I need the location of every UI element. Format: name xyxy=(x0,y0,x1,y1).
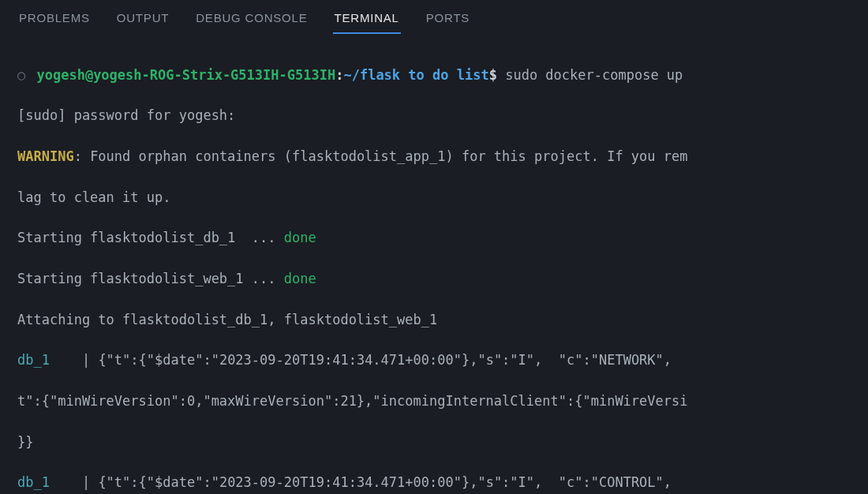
tab-terminal[interactable]: TERMINAL xyxy=(333,8,401,34)
pipe: | xyxy=(74,474,99,490)
tab-problems[interactable]: PROBLEMS xyxy=(17,8,92,34)
pipe: | xyxy=(74,352,99,368)
warning-label: WARNING xyxy=(17,148,74,164)
prompt-user-host: yogesh@yogesh-ROG-Strix-G513IH-G513IH xyxy=(36,67,335,83)
tab-output[interactable]: OUTPUT xyxy=(115,8,170,34)
starting-db: Starting flasktodolist_db_1 ... xyxy=(17,230,284,245)
done-label-db: done xyxy=(284,230,316,245)
log-line-1b: t":{"minWireVersion":0,"maxWireVersion":… xyxy=(17,393,688,409)
attaching-line: Attaching to flasktodolist_db_1, flaskto… xyxy=(17,312,437,327)
done-label-web: done xyxy=(284,271,316,286)
tab-debug-console[interactable]: DEBUG CONSOLE xyxy=(194,8,309,34)
command-text xyxy=(497,67,505,83)
sudo-password-line: [sudo] password for yogesh: xyxy=(17,107,235,123)
warning-text-1: : Found orphan containers (flasktodolist… xyxy=(74,148,688,164)
panel-tabs: PROBLEMS OUTPUT DEBUG CONSOLE TERMINAL P… xyxy=(0,0,868,34)
prompt-cwd: ~/flask to do list xyxy=(343,67,488,83)
log-line-1c: }} xyxy=(17,434,33,450)
db-label: db_1 xyxy=(17,474,74,490)
tab-ports[interactable]: PORTS xyxy=(425,8,471,34)
terminal-output[interactable]: ○ yogesh@yogesh-ROG-Strix-G513IH-G513IH:… xyxy=(0,34,868,494)
starting-web: Starting flasktodolist_web_1 ... xyxy=(17,271,284,286)
prompt-bullet: ○ xyxy=(17,67,33,83)
log-line-2a: {"t":{"$date":"2023-09-20T19:41:34.471+0… xyxy=(98,474,687,490)
log-line-1a: {"t":{"$date":"2023-09-20T19:41:34.471+0… xyxy=(98,352,687,368)
prompt-colon: : xyxy=(335,67,343,83)
prompt-dollar: $ xyxy=(489,67,497,83)
warning-text-2: lag to clean it up. xyxy=(17,189,170,205)
prompt-command: sudo docker-compose up xyxy=(505,67,683,83)
db-label: db_1 xyxy=(17,352,74,368)
